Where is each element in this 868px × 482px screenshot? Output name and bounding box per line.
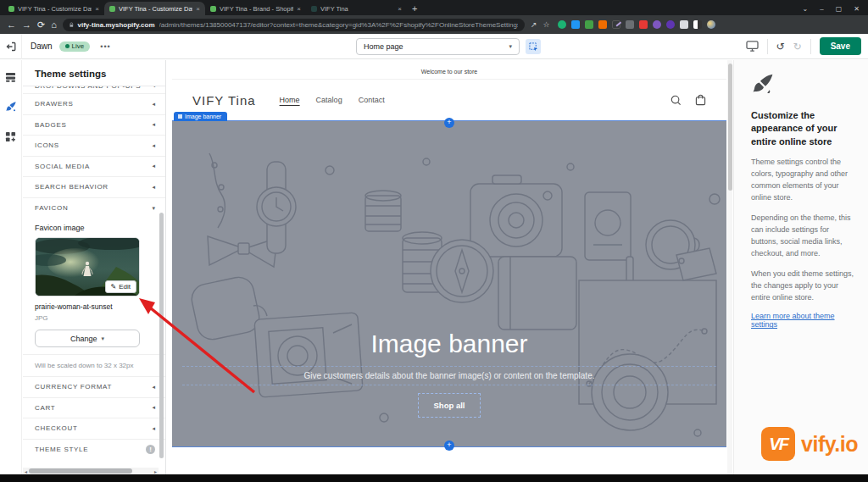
sidebar-item-partial[interactable]: DROPDOWNS AND POP-UPS◂ [23, 86, 165, 94]
device-preview-icon[interactable] [746, 41, 759, 52]
browser-tab-1[interactable]: VIFY Tina - Customize Dawn - Sh × [3, 2, 104, 15]
chevron-collapsed-icon: ◂ [152, 86, 155, 89]
shop-all-button[interactable]: Shop all [418, 393, 481, 418]
back-icon[interactable]: ← [7, 20, 16, 30]
sidebar-item-theme-style[interactable]: THEME STYLE! [23, 440, 165, 461]
inspector-toggle-button[interactable] [526, 39, 541, 54]
sidebar-item-label: CHECKOUT [35, 424, 78, 432]
page-selector-dropdown[interactable]: Home page ▾ [356, 38, 520, 55]
browser-tab-2-active[interactable]: VIFY Tina - Customize Dawn - Sh × [104, 2, 205, 15]
tab-close-icon[interactable]: × [95, 5, 99, 13]
sidebar-item-cart[interactable]: CART◂ [23, 398, 165, 419]
sidebar-item-icons[interactable]: ICONS◂ [23, 136, 165, 157]
banner-subtext: Give customers details about the banner … [182, 371, 716, 380]
nav-link-home[interactable]: Home [280, 96, 300, 104]
sidebar-item-currency-format[interactable]: CURRENCY FORMAT◂ [23, 377, 165, 398]
favicon-edit-button[interactable]: ✎ Edit [105, 280, 137, 293]
chevron-collapsed-icon: ◂ [152, 384, 155, 391]
browser-tab-3[interactable]: VIFY Tina - Brand - Shopify × [205, 2, 306, 15]
preview-scrollbar[interactable] [727, 60, 732, 474]
address-bar[interactable]: vify-tina.myshopify.com/admin/themes/138… [63, 19, 525, 31]
scroll-right-arrow-icon[interactable]: ◂ [153, 468, 159, 474]
extension-grammarly-icon[interactable] [558, 20, 566, 29]
sidebar-item-search-behavior[interactable]: SEARCH BEHAVIOR◂ [23, 177, 165, 198]
banner-heading[interactable]: Image banner [370, 330, 527, 358]
tab-close-icon[interactable]: × [398, 5, 402, 13]
favicon-scale-note: Will be scaled down to 32 x 32px [23, 355, 165, 377]
extension-purple-icon[interactable] [653, 20, 661, 29]
shopify-favicon [210, 6, 216, 12]
divider [767, 39, 768, 54]
section-tag[interactable]: Image banner [174, 112, 227, 121]
reload-icon[interactable]: ⟳ [37, 20, 45, 30]
tab-close-icon[interactable]: × [297, 5, 301, 13]
extension-contrast-icon[interactable] [693, 20, 702, 29]
theme-editor-topbar: Dawn Live ••• Home page ▾ ↺ ↻ Save [0, 34, 868, 59]
shopify-favicon [8, 6, 14, 12]
scrollbar-thumb[interactable] [728, 64, 732, 191]
sidebar-item-favicon[interactable]: FAVICON▾ [23, 198, 165, 219]
window-close-button[interactable]: ✕ [854, 5, 860, 13]
scrollbar-thumb[interactable] [29, 468, 132, 474]
profile-avatar[interactable] [707, 20, 715, 29]
nav-link-catalog[interactable]: Catalog [316, 96, 342, 104]
sidebar-horizontal-scrollbar[interactable]: ◂ ◂ [23, 468, 159, 474]
sidebar-item-label: CART [35, 404, 55, 412]
extension-red-badge-icon[interactable] [639, 20, 648, 29]
home-icon[interactable]: ⌂ [51, 20, 57, 30]
sidebar-item-label: CURRENCY FORMAT [35, 383, 112, 391]
sidebar-item-badges[interactable]: BADGES◂ [23, 115, 165, 136]
bookmark-star-icon[interactable]: ☆ [542, 20, 549, 29]
extension-highlighter-icon[interactable] [615, 21, 621, 26]
store-logo-text[interactable]: VIFY Tina [192, 93, 256, 108]
cart-bag-icon[interactable] [695, 94, 706, 106]
tab-title: VIFY Tina - Customize Dawn - Sh [18, 5, 92, 13]
undo-button[interactable]: ↺ [776, 41, 785, 53]
save-button[interactable]: Save [820, 37, 861, 55]
favicon-image-thumbnail[interactable]: ✎ Edit [35, 237, 140, 296]
sidebar-item-checkout[interactable]: CHECKOUT◂ [23, 418, 165, 440]
extension-blue-drop-icon[interactable] [571, 20, 580, 29]
forward-icon[interactable]: → [22, 20, 31, 30]
sections-icon[interactable] [5, 72, 16, 82]
redo-button[interactable]: ↻ [793, 41, 802, 53]
learn-more-link[interactable]: Learn more about theme settings [751, 312, 854, 329]
exit-editor-button[interactable] [0, 34, 22, 59]
tab-title: VIFY Tina - Brand - Shopify [220, 5, 293, 13]
tab-search-chevron-icon[interactable]: ⌄ [803, 5, 809, 13]
share-icon[interactable]: ↗ [531, 20, 537, 29]
extension-orange-icon[interactable] [598, 20, 607, 29]
extension-violet-icon[interactable] [666, 20, 675, 29]
sidebar-title: Theme settings [23, 60, 165, 86]
search-icon[interactable] [670, 95, 682, 106]
image-banner-section[interactable]: Image banner + [172, 120, 726, 447]
sidebar-item-label: THEME STYLE [35, 446, 88, 453]
tab-close-icon[interactable]: × [196, 5, 200, 13]
nav-link-contact[interactable]: Contact [359, 96, 385, 104]
banner-text-block[interactable]: Give customers details about the banner … [182, 366, 716, 385]
announcement-bar[interactable]: Welcome to our store [172, 64, 726, 80]
add-section-above-button[interactable]: + [444, 118, 454, 128]
browser-tab-4[interactable]: VIFY Tina × [306, 2, 407, 15]
favicon-change-button[interactable]: Change ▾ [35, 330, 140, 347]
sidebar-vertical-scrollbar[interactable] [159, 213, 164, 458]
window-minimize-button[interactable]: – [820, 5, 823, 13]
panel-heading: Customize the appearance of your entire … [751, 109, 854, 148]
browser-tabstrip: VIFY Tina - Customize Dawn - Sh × VIFY T… [0, 0, 868, 15]
extension-grid-icon[interactable] [626, 20, 634, 29]
storefront-page: Welcome to our store VIFY Tina Home Cata… [172, 64, 726, 469]
extension-cashback-icon[interactable] [585, 20, 593, 29]
add-section-below-button[interactable]: + [444, 440, 454, 451]
edit-button-label: Edit [119, 283, 131, 291]
window-restore-button[interactable]: ▢ [836, 5, 843, 13]
more-actions-button[interactable]: ••• [100, 42, 110, 51]
theme-preview-area: Welcome to our store VIFY Tina Home Cata… [167, 60, 732, 474]
sidebar-item-social-media[interactable]: SOCIAL MEDIA◂ [23, 157, 165, 178]
scroll-left-arrow-icon[interactable]: ◂ [23, 468, 29, 474]
drag-handle-icon [178, 114, 182, 119]
app-embeds-icon[interactable] [5, 131, 16, 142]
theme-settings-brush-icon[interactable] [5, 101, 17, 113]
sidebar-item-drawers[interactable]: DRAWERS◂ [23, 94, 165, 115]
extensions-puzzle-icon[interactable] [680, 20, 688, 29]
new-tab-button[interactable]: + [412, 3, 417, 14]
